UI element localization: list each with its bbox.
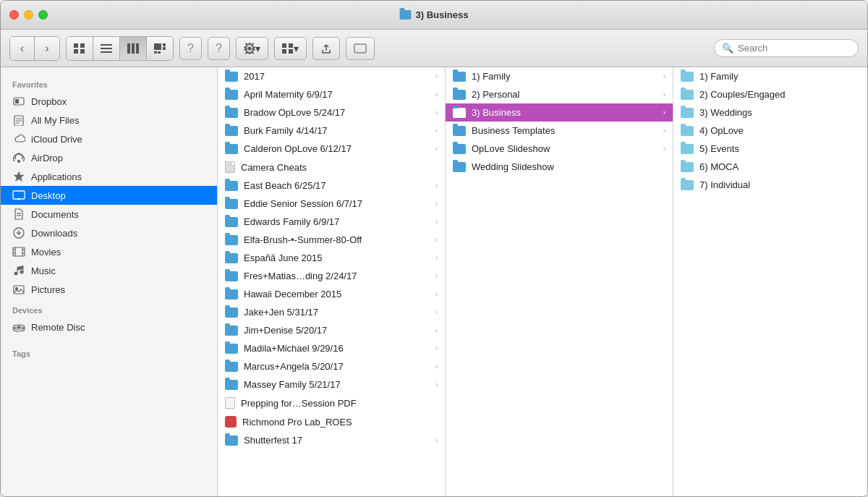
favorites-header: Favorites	[1, 73, 217, 92]
gallery-view-button[interactable]	[147, 37, 173, 60]
col-item-label: Camera Cheats	[241, 162, 438, 173]
title-folder-icon	[400, 10, 412, 20]
svg-rect-10	[154, 43, 161, 50]
sidebar-label-airdrop: AirDrop	[31, 153, 63, 163]
col2-item-1-family[interactable]: 1) Family ›	[446, 67, 673, 85]
sidebar-label-downloads: Downloads	[31, 228, 77, 239]
svg-rect-6	[101, 51, 112, 53]
help1-button[interactable]: ?	[179, 37, 202, 60]
applications-icon	[12, 170, 25, 183]
folder-icon	[225, 436, 238, 446]
sidebar-label-applications: Applications	[31, 171, 82, 182]
col-item-hawaii[interactable]: Hawaii December 2015 ›	[218, 285, 445, 303]
col-item-label: 1) Family	[699, 71, 860, 82]
folder-icon	[225, 326, 238, 336]
sidebar-item-icloud-drive[interactable]: iCloud Drive	[1, 129, 217, 148]
chevron-icon: ›	[435, 90, 438, 98]
col-item-eddie[interactable]: Eddie Senior Session 6/7/17 ›	[218, 195, 445, 213]
folder-icon	[225, 72, 238, 82]
chevron-icon: ›	[435, 72, 438, 80]
arrange-button[interactable]: ▾	[274, 37, 307, 60]
col-item-label: Jim+Denise 5/20/17	[244, 325, 430, 336]
col-item-massey[interactable]: Massey Family 5/21/17 ›	[218, 375, 445, 394]
sidebar-item-music[interactable]: Music	[1, 261, 217, 280]
back-button[interactable]: ‹	[10, 37, 35, 60]
col2-item-wedding-slideshow[interactable]: Wedding Slideshow	[446, 158, 673, 176]
sidebar-item-documents[interactable]: Documents	[1, 205, 217, 224]
close-button[interactable]	[9, 10, 19, 20]
col-item-label: Burk Family 4/14/17	[244, 125, 430, 136]
chevron-icon: ›	[435, 381, 438, 388]
col-item-2017[interactable]: 2017 ›	[218, 67, 445, 85]
col-item-burk[interactable]: Burk Family 4/14/17 ›	[218, 122, 445, 140]
col-item-calderon[interactable]: Calderon OpLove 6/12/17 ›	[218, 140, 445, 158]
col3-item-4-oplove[interactable]: 4) OpLove	[673, 122, 867, 140]
folder-icon	[681, 180, 694, 190]
col-item-espana[interactable]: Españã June 2015 ›	[218, 249, 445, 267]
col-item-prepping[interactable]: Prepping for…Session PDF	[218, 394, 445, 412]
col3-item-2-couples[interactable]: 2) Couples/Engaged	[673, 85, 867, 103]
sidebar-item-desktop[interactable]: Desktop	[1, 186, 217, 205]
col2-item-3-business[interactable]: 3) Business ›	[446, 103, 673, 122]
sidebar-item-remote-disc[interactable]: Remote Disc	[1, 318, 217, 336]
forward-button[interactable]: ›	[35, 37, 59, 60]
col-item-jim[interactable]: Jim+Denise 5/20/17 ›	[218, 321, 445, 339]
maximize-button[interactable]	[38, 10, 48, 20]
col-item-label: 1) Family	[472, 71, 658, 82]
col-item-richmond[interactable]: Richmond Pro Lab_ROES	[218, 412, 445, 431]
col-item-label: Marcus+Angela 5/20/17	[244, 361, 430, 372]
folder-icon	[225, 380, 238, 390]
col-item-label: Eddie Senior Session 6/7/17	[244, 198, 430, 209]
gear-button[interactable]: ▾	[236, 37, 268, 60]
col-item-april-maternity[interactable]: April Maternity 6/9/17 ›	[218, 85, 445, 103]
col3-item-3-weddings[interactable]: 3) Weddings	[673, 103, 867, 122]
col-item-elfa[interactable]: Elfa-Brush-•-Summer-80-Off ›	[218, 231, 445, 249]
sidebar-item-all-my-files[interactable]: All My Files	[1, 111, 217, 129]
col2-item-2-personal[interactable]: 2) Personal ›	[446, 85, 673, 103]
col3-item-7-individual[interactable]: 7) Individual	[673, 176, 867, 194]
minimize-button[interactable]	[24, 10, 33, 20]
col-item-camera-cheats[interactable]: Camera Cheats	[218, 158, 445, 177]
col-item-label: 6) MOCA	[699, 161, 860, 172]
search-input[interactable]	[738, 43, 846, 54]
col-item-label: Elfa-Brush-•-Summer-80-Off	[244, 234, 430, 245]
sidebar-item-dropbox[interactable]: Dropbox	[1, 92, 217, 111]
col-item-east-beach[interactable]: East Beach 6/25/17 ›	[218, 177, 445, 195]
folder-icon	[681, 72, 694, 82]
tag-button[interactable]	[346, 37, 375, 60]
col-item-label: Edwards Family 6/9/17	[244, 216, 430, 227]
sidebar-item-applications[interactable]: Applications	[1, 167, 217, 186]
sidebar-item-movies[interactable]: Movies	[1, 242, 217, 261]
folder-icon	[225, 362, 238, 372]
col-item-bradow[interactable]: Bradow OpLove 5/24/17 ›	[218, 103, 445, 122]
col-item-fres[interactable]: Fres+Matias…ding 2/24/17 ›	[218, 267, 445, 285]
icon-view-button[interactable]	[67, 37, 93, 60]
col2-item-business-templates[interactable]: Business Templates ›	[446, 122, 673, 140]
svg-rect-14	[158, 51, 161, 54]
col2-item-oplove-slideshow[interactable]: OpLove Slideshow ›	[446, 140, 673, 158]
col-item-shutterfest[interactable]: Shutterfest 17 ›	[218, 431, 445, 449]
folder-icon	[225, 344, 238, 354]
list-view-button[interactable]	[93, 37, 120, 60]
folder-icon	[681, 162, 694, 172]
folder-icon	[453, 162, 466, 172]
sidebar-item-airdrop[interactable]: AirDrop	[1, 148, 217, 167]
chevron-icon: ›	[435, 236, 438, 244]
share-button[interactable]	[312, 37, 340, 60]
sidebar-item-downloads[interactable]: Downloads	[1, 224, 217, 242]
col-item-jake[interactable]: Jake+Jen 5/31/17 ›	[218, 303, 445, 321]
sidebar-item-pictures[interactable]: Pictures	[1, 280, 217, 299]
col-item-edwards[interactable]: Edwards Family 6/9/17 ›	[218, 213, 445, 231]
col-item-label: Fres+Matias…ding 2/24/17	[244, 271, 430, 281]
col3-item-5-events[interactable]: 5) Events	[673, 140, 867, 158]
column-view-button[interactable]	[120, 37, 147, 60]
col3-item-1-family[interactable]: 1) Family	[673, 67, 867, 85]
chevron-icon: ›	[435, 362, 438, 370]
col-item-marcus[interactable]: Marcus+Angela 5/20/17 ›	[218, 357, 445, 375]
col-item-madila[interactable]: Madila+Michael 9/29/16 ›	[218, 339, 445, 357]
search-icon: 🔍	[722, 43, 733, 54]
chevron-icon: ›	[435, 290, 438, 298]
help2-button[interactable]: ?	[208, 37, 230, 60]
col3-item-6-moca[interactable]: 6) MOCA	[673, 158, 867, 176]
svg-rect-35	[13, 247, 25, 256]
